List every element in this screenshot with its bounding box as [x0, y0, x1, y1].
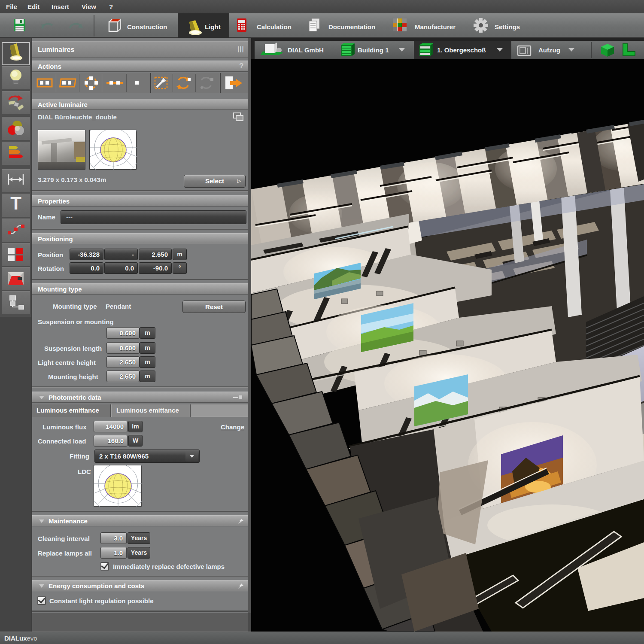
svg-text:T: T — [10, 193, 21, 213]
